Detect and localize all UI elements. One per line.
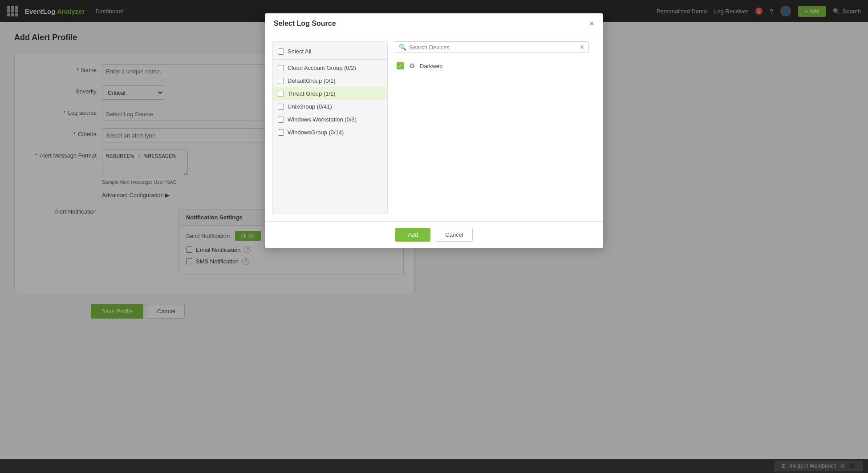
search-devices-input[interactable]: [409, 44, 580, 51]
group-unix-label: UnixGroup (0/41): [288, 103, 332, 110]
group-cloud-checkbox[interactable]: [278, 65, 284, 71]
group-item-unix[interactable]: UnixGroup (0/41): [272, 100, 387, 113]
device-darkweb-label: Darkweb: [420, 63, 442, 69]
group-item-windows-workstation[interactable]: Windows Workstation (0/3): [272, 113, 387, 126]
group-item-windows-group[interactable]: WindowsGroup (0/14): [272, 126, 387, 139]
group-default-label: DefaultGroup (0/1): [288, 77, 336, 84]
group-wingroup-checkbox[interactable]: [278, 129, 284, 136]
modal-cancel-button[interactable]: Cancel: [436, 228, 472, 242]
group-item-threat[interactable]: Threat Group (1/1): [272, 87, 387, 100]
device-darkweb[interactable]: ✓ ⚙ Darkweb: [395, 58, 589, 73]
modal-devices-panel: 🔍 ✕ ✓ ⚙ Darkweb: [388, 41, 596, 214]
modal-groups-panel: Select All Cloud Account Group (0/2) Def…: [272, 41, 388, 214]
group-default-checkbox[interactable]: [278, 78, 284, 84]
search-devices-clear-icon[interactable]: ✕: [580, 44, 585, 51]
device-darkweb-checkbox[interactable]: ✓: [397, 62, 404, 69]
select-all-label: Select All: [288, 48, 311, 55]
group-threat-label: Threat Group (1/1): [288, 90, 336, 97]
group-winws-checkbox[interactable]: [278, 117, 284, 123]
modal-overlay[interactable]: Select Log Source × Select All Cloud Acc…: [0, 0, 868, 473]
modal-close-button[interactable]: ×: [589, 20, 594, 28]
group-unix-checkbox[interactable]: [278, 104, 284, 110]
modal-body: Select All Cloud Account Group (0/2) Def…: [265, 34, 603, 221]
search-devices-row: 🔍 ✕: [395, 41, 589, 53]
modal-title: Select Log Source: [274, 20, 336, 28]
select-log-source-modal: Select Log Source × Select All Cloud Acc…: [265, 13, 603, 248]
search-devices-icon: 🔍: [399, 44, 406, 51]
device-darkweb-icon: ⚙: [407, 61, 416, 70]
group-winws-label: Windows Workstation (0/3): [288, 116, 357, 123]
select-all-checkbox[interactable]: [278, 49, 284, 55]
modal-add-button[interactable]: Add: [395, 228, 430, 242]
group-item-default[interactable]: DefaultGroup (0/1): [272, 74, 387, 87]
group-threat-checkbox[interactable]: [278, 91, 284, 97]
group-cloud-label: Cloud Account Group (0/2): [288, 65, 356, 71]
modal-header: Select Log Source ×: [265, 13, 603, 34]
group-item-cloud[interactable]: Cloud Account Group (0/2): [272, 61, 387, 74]
select-all-row: Select All: [272, 45, 387, 60]
modal-footer: Add Cancel: [265, 221, 603, 248]
group-wingroup-label: WindowsGroup (0/14): [288, 129, 344, 136]
